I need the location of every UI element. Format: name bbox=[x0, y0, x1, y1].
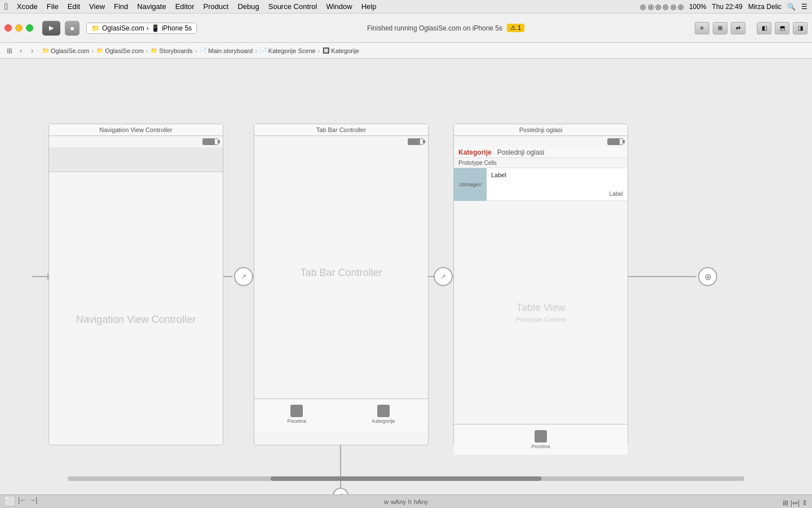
close-button[interactable] bbox=[5, 24, 12, 32]
scrollbar-thumb[interactable] bbox=[271, 476, 541, 481]
nav-vc-header: Navigation View Controller bbox=[49, 124, 223, 136]
chevron-right-icon: › bbox=[147, 24, 149, 32]
tab-bar-controller[interactable]: Tab Bar Controller Tab Bar Controller Po… bbox=[254, 124, 429, 445]
build-status-text: Finished running OglasiSe.com on iPhone … bbox=[367, 24, 502, 32]
menu-bar:  Xcode File Edit View Find Navigate Edi… bbox=[0, 0, 812, 14]
status-size-button-3[interactable]: ⇕ bbox=[802, 499, 807, 507]
run-button[interactable]: ▶ bbox=[42, 21, 60, 36]
folder-icon-2: 📁 bbox=[96, 47, 104, 55]
nav-vc-status-bar bbox=[49, 136, 223, 147]
table-tab-label-pocetna: Pocetna bbox=[531, 444, 550, 449]
nav-vc-body: Navigation View Controller bbox=[49, 172, 223, 468]
prototype-cell[interactable]: UIImageV Label Label bbox=[454, 168, 628, 201]
segue-tab-to-table[interactable]: ↗ bbox=[434, 267, 453, 286]
battery-indicator: 100% bbox=[689, 3, 707, 11]
menu-window[interactable]: Window bbox=[326, 2, 352, 11]
tab-vc-placeholder-text: Tab Bar Controller bbox=[300, 267, 382, 279]
tab-item-kategorije[interactable]: Kategorije bbox=[372, 405, 395, 424]
breadcrumb-item-3[interactable]: 📁 Storyboards bbox=[150, 47, 192, 55]
toolbar: ▶ ■ 📁 OglasiSe.com › 📱 iPhone 5s Finishe… bbox=[0, 14, 812, 43]
breadcrumb-label-4: Main.storyboard bbox=[208, 47, 253, 54]
back-button[interactable]: ‹ bbox=[16, 46, 26, 56]
cell-label-top: Label bbox=[491, 172, 623, 178]
menu-view[interactable]: View bbox=[89, 2, 105, 11]
table-view-controller[interactable]: Poslednji oglasi Kategorije Poslednji og… bbox=[453, 124, 628, 445]
scheme-device-name: iPhone 5s bbox=[162, 24, 192, 32]
exit-icon: ⊕ bbox=[704, 271, 712, 282]
nav-vc-placeholder-text: Navigation View Controller bbox=[76, 313, 196, 327]
status-nav-button-1[interactable]: |← bbox=[18, 496, 27, 507]
apple-menu[interactable]:  bbox=[5, 2, 8, 12]
scheme-selector[interactable]: 📁 OglasiSe.com › 📱 iPhone 5s bbox=[86, 23, 197, 34]
tab-icon-pocetna bbox=[290, 405, 303, 417]
breadcrumb-sep-5: › bbox=[318, 47, 320, 54]
breadcrumb-item-5[interactable]: 📄 Kategorije Scene bbox=[259, 47, 316, 55]
grid-view-button[interactable]: ⊞ bbox=[5, 46, 15, 56]
table-battery-icon bbox=[607, 138, 623, 145]
status-nav-button-2[interactable]: →| bbox=[29, 496, 37, 507]
menu-file[interactable]: File bbox=[47, 2, 59, 11]
bottom-connector-line bbox=[340, 445, 341, 494]
status-size-button-1[interactable]: ⊞ bbox=[783, 499, 788, 507]
breadcrumb-item-6[interactable]: 🔲 Kategorije bbox=[322, 47, 359, 55]
table-vc-tab-bar: Pocetna bbox=[454, 424, 628, 455]
build-status: Finished running OglasiSe.com on iPhone … bbox=[201, 24, 690, 32]
horizontal-scrollbar[interactable] bbox=[68, 476, 744, 481]
editor-version-button[interactable]: ⇄ bbox=[731, 22, 745, 34]
tab-vc-header: Tab Bar Controller bbox=[254, 124, 428, 136]
menu-find[interactable]: Find bbox=[114, 2, 128, 11]
editor-assistant-button[interactable]: ⊞ bbox=[713, 22, 727, 34]
folder-icon: 📁 bbox=[42, 47, 50, 55]
utilities-toggle[interactable]: ◨ bbox=[793, 22, 807, 34]
menu-source-control[interactable]: Source Control bbox=[268, 2, 317, 11]
tab-item-pocetna[interactable]: Pocetna bbox=[288, 405, 306, 424]
toolbar-right-buttons: ≡ ⊞ ⇄ ◧ ⬒ ◨ bbox=[695, 22, 807, 34]
menu-xcode[interactable]: Xcode bbox=[17, 2, 38, 11]
storyboard-canvas[interactable]: Navigation View Controller Navigation Vi… bbox=[0, 59, 812, 494]
menu-edit[interactable]: Edit bbox=[68, 2, 80, 11]
bottom-segue-circle[interactable]: ↗ bbox=[333, 488, 348, 494]
status-size-button-2[interactable]: |⇔| bbox=[791, 499, 800, 507]
menu-editor[interactable]: Editor bbox=[175, 2, 195, 11]
tab-vc-title: Tab Bar Controller bbox=[316, 126, 367, 133]
forward-button[interactable]: › bbox=[27, 46, 37, 56]
editor-standard-button[interactable]: ≡ bbox=[695, 22, 709, 34]
nav-kategorije-link[interactable]: Kategorije bbox=[458, 148, 492, 156]
table-tab-item-pocetna[interactable]: Pocetna bbox=[531, 430, 550, 449]
table-vc-header: Poslednji oglasi bbox=[454, 124, 628, 136]
size-class-display: w wAny h hAny bbox=[384, 498, 428, 505]
navigation-view-controller[interactable]: Navigation View Controller Navigation Vi… bbox=[48, 124, 223, 445]
menu-help[interactable]: Help bbox=[361, 2, 377, 11]
table-vc-status-bar bbox=[454, 136, 628, 147]
menu-debug[interactable]: Debug bbox=[237, 2, 259, 11]
prototype-cells-header: Prototype Cells bbox=[454, 158, 628, 168]
segue-nav-to-tab[interactable]: ↗ bbox=[234, 267, 253, 286]
time-display: Thu 22:49 bbox=[712, 3, 743, 11]
uiimageview-label: UIImageV bbox=[459, 182, 482, 187]
table-view-sub: Prototype Content bbox=[516, 316, 566, 323]
nav-vc-title: Navigation View Controller bbox=[99, 126, 172, 133]
breadcrumb-label-5: Kategorije Scene bbox=[268, 47, 316, 54]
tab-label-kategorije: Kategorije bbox=[372, 418, 395, 424]
breadcrumb: ⊞ ‹ › 📁 OglasiSe.com › 📁 OglasiSe.com › … bbox=[0, 43, 812, 59]
breadcrumb-item-2[interactable]: 📁 OglasiSe.com bbox=[96, 47, 143, 55]
search-icon[interactable]: 🔍 bbox=[787, 3, 796, 11]
status-bar: ⬜ |← →| w wAny h hAny ⊞ |⇔| ⇕ bbox=[0, 494, 812, 508]
breadcrumb-item-4[interactable]: 📄 Main.storyboard bbox=[199, 47, 253, 55]
breadcrumb-label-6: Kategorije bbox=[331, 47, 359, 54]
scheme-project-icon: 📁 bbox=[91, 24, 100, 32]
table-vc-nav-bar: Kategorije Poslednji oglasi bbox=[454, 147, 628, 158]
navigator-toggle[interactable]: ◧ bbox=[757, 22, 771, 34]
status-toggle-button[interactable]: ⬜ bbox=[5, 496, 16, 507]
list-icon[interactable]: ☰ bbox=[801, 3, 807, 11]
cell-label-bottom: Label bbox=[491, 191, 623, 197]
debug-toggle[interactable]: ⬒ bbox=[775, 22, 789, 34]
breadcrumb-item-1[interactable]: 📁 OglasiSe.com bbox=[42, 47, 89, 55]
menu-navigate[interactable]: Navigate bbox=[137, 2, 166, 11]
warning-badge[interactable]: ⚠ 1 bbox=[507, 24, 524, 32]
minimize-button[interactable] bbox=[15, 24, 23, 32]
exit-segue-button[interactable]: ⊕ bbox=[698, 267, 717, 286]
stop-button[interactable]: ■ bbox=[65, 21, 80, 36]
maximize-button[interactable] bbox=[26, 24, 33, 32]
menu-product[interactable]: Product bbox=[204, 2, 229, 11]
